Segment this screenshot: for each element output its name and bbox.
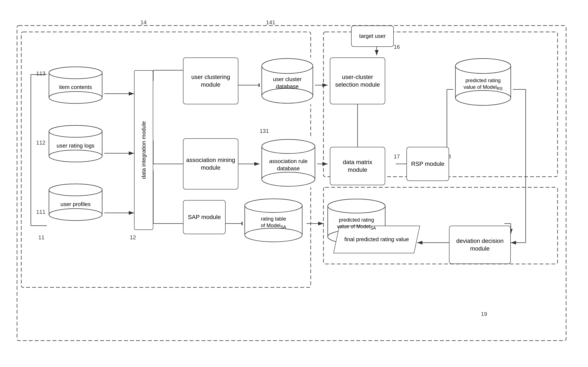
rsp-module-box: RSP module [407, 147, 449, 181]
svg-point-68 [262, 172, 315, 186]
user-cluster-selection-box: user-cluster selection module [330, 58, 385, 104]
sap-module-box: SAP module [183, 200, 226, 234]
ref-14: 14 [140, 19, 147, 26]
svg-point-81 [328, 199, 385, 213]
association-rule-database-cylinder: association rule database [260, 138, 317, 187]
svg-point-74 [245, 228, 302, 242]
svg-point-45 [455, 58, 511, 74]
svg-point-38 [262, 88, 313, 103]
svg-point-39 [262, 58, 313, 74]
svg-point-62 [49, 209, 102, 221]
target-user-box: target user [351, 25, 394, 47]
deviation-decision-module-box: deviation decision module [449, 226, 511, 264]
user-rating-logs-cylinder: user rating logs [47, 125, 104, 163]
svg-point-50 [49, 92, 102, 103]
user-cluster-database-cylinder: user cluster database [260, 58, 315, 104]
svg-point-56 [49, 150, 102, 162]
ref-17: 17 [394, 153, 400, 160]
ref-111: 111 [36, 209, 45, 215]
association-mining-module-box: association mining module [183, 138, 238, 190]
data-integration-module-box: data integration module [134, 70, 153, 230]
ref-19: 19 [481, 311, 487, 317]
svg-point-51 [49, 67, 102, 79]
user-profiles-cylinder: user profiles [47, 183, 104, 221]
svg-point-69 [262, 139, 315, 153]
user-clustering-module-box: user clustering module [183, 58, 238, 104]
ref-113: 113 [36, 70, 45, 77]
rating-table-sa-cylinder: rating tableof ModelSA [243, 198, 304, 243]
ref-112: 112 [36, 139, 45, 146]
item-contents-cylinder: item contents [47, 66, 104, 104]
ref-12: 12 [130, 234, 136, 241]
diagram-container: 14 141 16 13 131 17 18 15 151 11 113 112… [13, 8, 575, 360]
predicted-rating-rs-cylinder: predicted ratingvalue of ModelRS [453, 58, 513, 107]
data-matrix-module-box: data matrix module [330, 147, 385, 185]
ref-16: 16 [394, 44, 400, 50]
ref-131: 131 [260, 128, 269, 134]
svg-point-75 [245, 199, 302, 212]
svg-point-57 [49, 125, 102, 137]
svg-point-63 [49, 184, 102, 196]
ref-141: 141 [266, 19, 275, 26]
svg-point-44 [455, 91, 511, 105]
ref-11: 11 [38, 234, 44, 241]
